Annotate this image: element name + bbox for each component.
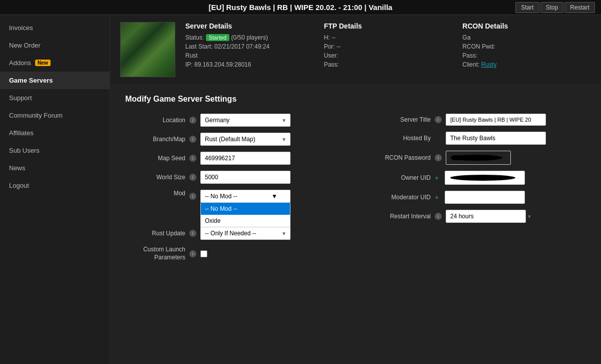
hosted-by-input[interactable]: [446, 132, 546, 145]
sidebar-item-addons[interactable]: Addons New: [0, 54, 110, 72]
mod-option-no-mod[interactable]: -- No Mod --: [201, 203, 290, 215]
sidebar-item-news[interactable]: News: [0, 159, 110, 177]
server-info-section: Server Details Status: Started (0/50 pla…: [110, 15, 601, 85]
restart-interval-select-wrapper: 24 hours 12 hours 6 hours Never: [446, 210, 536, 223]
server-title-input[interactable]: [446, 114, 546, 126]
ftp-host-row: H: --: [324, 34, 453, 41]
restart-interval-select[interactable]: 24 hours 12 hours 6 hours Never: [446, 210, 526, 223]
owner-uid-masked[interactable]: [445, 171, 525, 185]
sidebar-item-label: Game Servers: [9, 77, 53, 84]
sidebar-item-affiliates[interactable]: Affiliates: [0, 124, 110, 142]
sidebar-item-logout[interactable]: Logout: [0, 177, 110, 194]
mod-dropdown-trigger[interactable]: -- No Mod -- ▼: [200, 190, 290, 203]
modify-title: Modify Game Server Settings: [125, 95, 586, 104]
ftp-port-label: Por:: [324, 43, 335, 50]
rcon-password-masked[interactable]: [446, 151, 511, 165]
ip-label: IP:: [185, 61, 193, 68]
location-info-icon[interactable]: i: [189, 117, 196, 124]
sidebar-item-label: Logout: [9, 182, 29, 189]
branch-label: Branch/Map: [125, 136, 185, 143]
rcon-ga-row: Ga: [462, 34, 591, 41]
branch-select-wrapper: Rust (Default Map) Staging Branch Custom…: [200, 133, 290, 146]
custom-launch-label: Custom LaunchParameters: [125, 246, 185, 261]
ftp-user-row: User:: [324, 52, 453, 59]
sidebar-item-label: Invoices: [9, 24, 33, 32]
owner-uid-plus-icon[interactable]: +: [435, 174, 439, 182]
branch-select[interactable]: Rust (Default Map) Staging Branch Custom…: [200, 133, 290, 146]
map-seed-input[interactable]: [200, 152, 290, 165]
settings-right-column: Server Title i Hosted By RCON Password i: [366, 114, 586, 261]
ftp-port-row: Por: --: [324, 43, 453, 50]
map-seed-field-row: Map Seed i: [125, 152, 346, 165]
sidebar-item-label: Sub Users: [9, 147, 40, 154]
world-size-info-icon[interactable]: i: [189, 174, 196, 181]
custom-launch-checkbox[interactable]: [200, 250, 207, 257]
branch-info-icon[interactable]: i: [189, 136, 196, 143]
mod-option-oxide[interactable]: Oxide: [201, 215, 290, 227]
mod-info-icon[interactable]: i: [189, 193, 196, 200]
restart-button[interactable]: Restart: [564, 2, 595, 13]
ftp-title: FTP Details: [324, 22, 453, 30]
stop-button[interactable]: Stop: [540, 2, 564, 13]
rcon-pwd-row: RCON Pwd:: [462, 43, 591, 50]
rust-update-field-row: Rust Update i -- Only If Needed -- Alway…: [125, 227, 346, 240]
moderator-uid-label: Moderator UID: [366, 194, 431, 201]
moderator-uid-input[interactable]: [445, 191, 525, 204]
game-row: Rust: [185, 52, 314, 59]
ftp-host-label: H:: [324, 34, 330, 41]
owner-uid-field-row: Owner UID +: [366, 171, 586, 185]
last-start-label: Last Start:: [185, 43, 213, 50]
new-badge: New: [35, 60, 51, 66]
top-header: [EU] Rusty Bawls | RB | WIPE 20.02. - 21…: [0, 0, 601, 15]
sidebar-item-support[interactable]: Support: [0, 89, 110, 107]
rust-update-select[interactable]: -- Only If Needed -- Always Update: [200, 227, 290, 240]
mod-selected-value: -- No Mod --: [205, 193, 237, 200]
rcon-title: RCON Details: [462, 22, 591, 30]
settings-grid: Location i Germany USA UK France: [125, 114, 586, 261]
main-layout: Invoices New Order Addons New Game Serve…: [0, 15, 601, 364]
sidebar-item-label: New Order: [9, 42, 41, 49]
page-title: [EU] Rusty Bawls | RB | WIPE 20.02. - 21…: [209, 3, 393, 12]
moderator-uid-plus-icon[interactable]: +: [435, 193, 439, 201]
content-area: Server Details Status: Started (0/50 pla…: [110, 15, 601, 364]
custom-launch-info-icon[interactable]: i: [189, 250, 196, 257]
ip-value: 89.163.204.59:28016: [194, 61, 251, 68]
sidebar-item-community-forum[interactable]: Community Forum: [0, 107, 110, 124]
server-title-field-row: Server Title i: [366, 114, 586, 126]
mod-dropdown-menu: -- No Mod -- Oxide: [200, 203, 290, 227]
location-select[interactable]: Germany USA UK France: [200, 114, 290, 127]
sidebar-item-label: News: [9, 164, 26, 172]
server-details-column: Server Details Status: Started (0/50 pla…: [185, 22, 314, 77]
location-field-row: Location i Germany USA UK France: [125, 114, 346, 127]
mod-label: Mod: [125, 190, 185, 197]
map-seed-info-icon[interactable]: i: [189, 155, 196, 162]
world-size-input[interactable]: [200, 171, 290, 184]
last-start-value: 02/21/2017 07:49:24: [214, 43, 269, 50]
moderator-uid-field-row: Moderator UID +: [366, 191, 586, 204]
rust-update-info-icon[interactable]: i: [189, 230, 196, 237]
location-label: Location: [125, 117, 185, 124]
rcon-password-field-row: RCON Password i: [366, 151, 586, 165]
rcon-client-label: Client:: [462, 61, 479, 68]
sidebar-item-game-servers[interactable]: Game Servers: [0, 72, 110, 89]
rcon-pass-row: Pass:: [462, 52, 591, 59]
status-label: Status:: [185, 34, 204, 41]
ftp-pass-label: Pass:: [324, 61, 339, 68]
ip-row: IP: 89.163.204.59:28016: [185, 61, 314, 68]
ftp-port-value: --: [337, 43, 341, 50]
restart-interval-info-icon[interactable]: i: [435, 213, 442, 220]
server-thumbnail: [120, 22, 175, 77]
server-control-buttons: Start Stop Restart: [515, 2, 595, 13]
sidebar-item-new-order[interactable]: New Order: [0, 37, 110, 54]
sidebar-item-invoices[interactable]: Invoices: [0, 19, 110, 37]
ftp-host-value: --: [332, 34, 336, 41]
rcon-client-value[interactable]: Rusty: [481, 61, 497, 68]
sidebar-item-label: Community Forum: [9, 112, 63, 119]
rcon-password-info-icon[interactable]: i: [435, 154, 442, 161]
svg-point-0: [450, 155, 502, 161]
rcon-pass-label: Pass:: [462, 52, 477, 59]
server-title-info-icon[interactable]: i: [435, 116, 442, 123]
server-details-title: Server Details: [185, 22, 314, 30]
start-button[interactable]: Start: [515, 2, 539, 13]
sidebar-item-sub-users[interactable]: Sub Users: [0, 142, 110, 159]
